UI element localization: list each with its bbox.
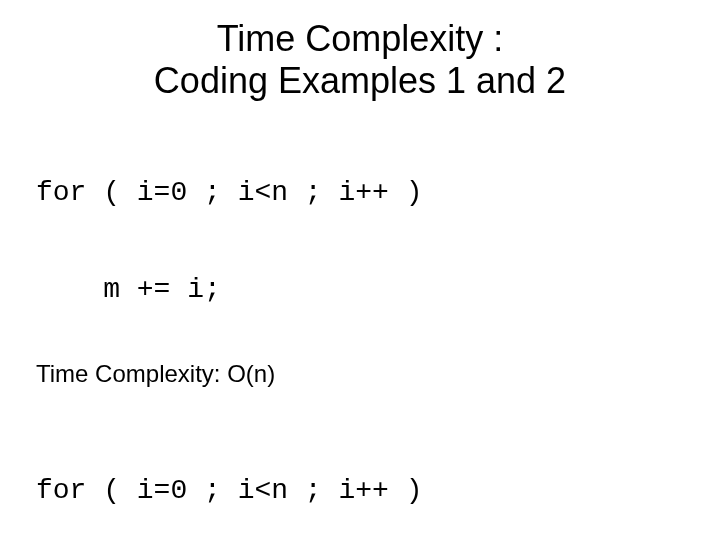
title-line-1: Time Complexity : — [217, 18, 504, 59]
code-line: m += i; — [36, 274, 684, 306]
code-example-1: for ( i=0 ; i<n ; i++ ) m += i; — [36, 113, 684, 338]
code-line: for ( i=0 ; i<n ; i++ ) — [36, 177, 684, 209]
code-example-2: for ( i=0 ; i<n ; i++ ) for( j=0 ; j<n ;… — [36, 410, 684, 540]
title-line-2: Coding Examples 1 and 2 — [154, 60, 566, 101]
complexity-caption-1: Time Complexity: O(n) — [36, 360, 684, 388]
complexity-text: Time Complexity: O(n) — [36, 360, 275, 387]
slide-title: Time Complexity : Coding Examples 1 and … — [36, 18, 684, 103]
code-line: for ( i=0 ; i<n ; i++ ) — [36, 475, 684, 507]
